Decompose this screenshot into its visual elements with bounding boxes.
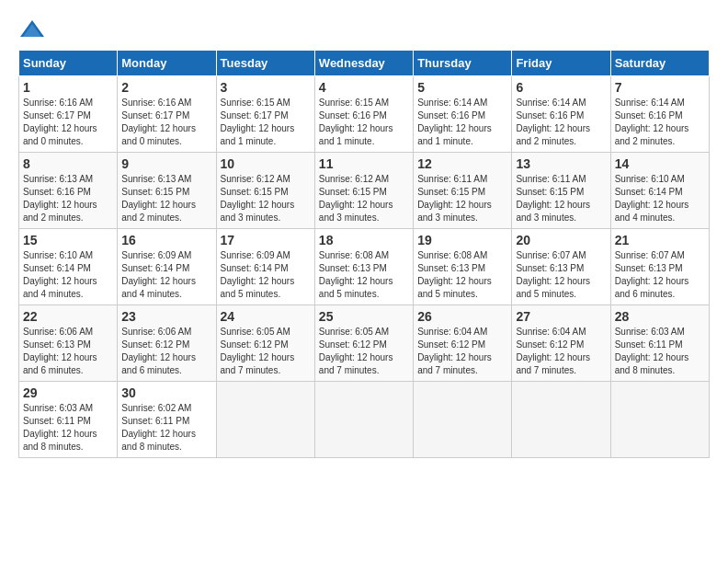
day-info: Sunrise: 6:15 AM Sunset: 6:17 PM Dayligh… bbox=[221, 97, 311, 148]
day-info: Sunrise: 6:16 AM Sunset: 6:17 PM Dayligh… bbox=[23, 97, 113, 148]
day-info: Sunrise: 6:08 AM Sunset: 6:13 PM Dayligh… bbox=[319, 249, 409, 301]
calendar-cell bbox=[314, 382, 413, 458]
day-info: Sunrise: 6:11 AM Sunset: 6:15 PM Dayligh… bbox=[516, 173, 606, 224]
calendar-cell: 24 Sunrise: 6:05 AM Sunset: 6:12 PM Dayl… bbox=[216, 305, 314, 382]
logo bbox=[18, 18, 50, 40]
calendar-cell: 14 Sunrise: 6:10 AM Sunset: 6:14 PM Dayl… bbox=[610, 153, 709, 229]
calendar-cell: 4 Sunrise: 6:15 AM Sunset: 6:16 PM Dayli… bbox=[314, 76, 413, 153]
day-number: 10 bbox=[221, 156, 311, 171]
logo-icon bbox=[18, 18, 46, 40]
day-info: Sunrise: 6:06 AM Sunset: 6:12 PM Dayligh… bbox=[121, 326, 211, 377]
calendar-cell: 21 Sunrise: 6:07 AM Sunset: 6:13 PM Dayl… bbox=[610, 229, 709, 305]
calendar-cell: 22 Sunrise: 6:06 AM Sunset: 6:13 PM Dayl… bbox=[19, 305, 118, 382]
weekday-header: Monday bbox=[118, 51, 216, 76]
weekday-header: Tuesday bbox=[216, 51, 314, 76]
calendar-cell: 16 Sunrise: 6:09 AM Sunset: 6:14 PM Dayl… bbox=[118, 229, 216, 305]
day-info: Sunrise: 6:13 AM Sunset: 6:16 PM Dayligh… bbox=[23, 173, 113, 224]
calendar-cell: 17 Sunrise: 6:09 AM Sunset: 6:14 PM Dayl… bbox=[216, 229, 314, 305]
calendar-cell: 9 Sunrise: 6:13 AM Sunset: 6:15 PM Dayli… bbox=[118, 153, 216, 229]
day-number: 22 bbox=[23, 309, 113, 324]
calendar-cell: 30 Sunrise: 6:02 AM Sunset: 6:11 PM Dayl… bbox=[118, 382, 216, 458]
day-number: 7 bbox=[615, 80, 705, 95]
day-info: Sunrise: 6:15 AM Sunset: 6:16 PM Dayligh… bbox=[319, 97, 409, 148]
day-info: Sunrise: 6:04 AM Sunset: 6:12 PM Dayligh… bbox=[417, 326, 507, 377]
day-info: Sunrise: 6:16 AM Sunset: 6:17 PM Dayligh… bbox=[121, 97, 211, 148]
day-number: 26 bbox=[417, 309, 507, 324]
day-number: 28 bbox=[615, 309, 705, 324]
day-number: 29 bbox=[23, 385, 113, 400]
calendar-cell: 2 Sunrise: 6:16 AM Sunset: 6:17 PM Dayli… bbox=[118, 76, 216, 153]
day-info: Sunrise: 6:06 AM Sunset: 6:13 PM Dayligh… bbox=[23, 326, 113, 377]
calendar-cell: 10 Sunrise: 6:12 AM Sunset: 6:15 PM Dayl… bbox=[216, 153, 314, 229]
calendar-cell: 1 Sunrise: 6:16 AM Sunset: 6:17 PM Dayli… bbox=[19, 76, 118, 153]
day-number: 3 bbox=[221, 80, 311, 95]
weekday-header: Friday bbox=[512, 51, 610, 76]
day-number: 14 bbox=[615, 156, 705, 171]
day-info: Sunrise: 6:03 AM Sunset: 6:11 PM Dayligh… bbox=[23, 402, 113, 454]
day-number: 8 bbox=[23, 156, 113, 171]
day-info: Sunrise: 6:11 AM Sunset: 6:15 PM Dayligh… bbox=[417, 173, 507, 224]
day-info: Sunrise: 6:03 AM Sunset: 6:11 PM Dayligh… bbox=[615, 326, 705, 377]
day-number: 23 bbox=[121, 309, 211, 324]
calendar-cell: 18 Sunrise: 6:08 AM Sunset: 6:13 PM Dayl… bbox=[314, 229, 413, 305]
calendar-cell bbox=[512, 382, 610, 458]
day-info: Sunrise: 6:14 AM Sunset: 6:16 PM Dayligh… bbox=[516, 97, 606, 148]
day-info: Sunrise: 6:09 AM Sunset: 6:14 PM Dayligh… bbox=[121, 249, 211, 301]
calendar-cell: 5 Sunrise: 6:14 AM Sunset: 6:16 PM Dayli… bbox=[414, 76, 512, 153]
day-info: Sunrise: 6:02 AM Sunset: 6:11 PM Dayligh… bbox=[121, 402, 211, 454]
calendar-cell bbox=[610, 382, 709, 458]
calendar-cell: 26 Sunrise: 6:04 AM Sunset: 6:12 PM Dayl… bbox=[414, 305, 512, 382]
calendar-cell: 12 Sunrise: 6:11 AM Sunset: 6:15 PM Dayl… bbox=[414, 153, 512, 229]
weekday-header: Wednesday bbox=[314, 51, 413, 76]
day-number: 27 bbox=[516, 309, 606, 324]
day-info: Sunrise: 6:10 AM Sunset: 6:14 PM Dayligh… bbox=[615, 173, 705, 224]
day-number: 17 bbox=[221, 233, 311, 247]
calendar-cell: 11 Sunrise: 6:12 AM Sunset: 6:15 PM Dayl… bbox=[314, 153, 413, 229]
day-number: 21 bbox=[615, 233, 705, 247]
calendar-cell: 28 Sunrise: 6:03 AM Sunset: 6:11 PM Dayl… bbox=[610, 305, 709, 382]
day-number: 1 bbox=[23, 80, 113, 95]
day-info: Sunrise: 6:04 AM Sunset: 6:12 PM Dayligh… bbox=[516, 326, 606, 377]
day-number: 24 bbox=[221, 309, 311, 324]
day-number: 25 bbox=[319, 309, 409, 324]
calendar-cell: 27 Sunrise: 6:04 AM Sunset: 6:12 PM Dayl… bbox=[512, 305, 610, 382]
day-number: 18 bbox=[319, 233, 409, 247]
day-info: Sunrise: 6:14 AM Sunset: 6:16 PM Dayligh… bbox=[615, 97, 705, 148]
day-info: Sunrise: 6:05 AM Sunset: 6:12 PM Dayligh… bbox=[319, 326, 409, 377]
day-number: 13 bbox=[516, 156, 606, 171]
day-info: Sunrise: 6:13 AM Sunset: 6:15 PM Dayligh… bbox=[121, 173, 211, 224]
calendar-cell: 15 Sunrise: 6:10 AM Sunset: 6:14 PM Dayl… bbox=[19, 229, 118, 305]
day-number: 19 bbox=[417, 233, 507, 247]
calendar-cell: 19 Sunrise: 6:08 AM Sunset: 6:13 PM Dayl… bbox=[414, 229, 512, 305]
day-info: Sunrise: 6:14 AM Sunset: 6:16 PM Dayligh… bbox=[417, 97, 507, 148]
day-number: 6 bbox=[516, 80, 606, 95]
day-number: 11 bbox=[319, 156, 409, 171]
day-number: 15 bbox=[23, 233, 113, 247]
day-info: Sunrise: 6:07 AM Sunset: 6:13 PM Dayligh… bbox=[516, 249, 606, 301]
calendar-cell: 29 Sunrise: 6:03 AM Sunset: 6:11 PM Dayl… bbox=[19, 382, 118, 458]
weekday-header: Thursday bbox=[414, 51, 512, 76]
day-number: 16 bbox=[121, 233, 211, 247]
calendar-cell: 3 Sunrise: 6:15 AM Sunset: 6:17 PM Dayli… bbox=[216, 76, 314, 153]
calendar-cell: 7 Sunrise: 6:14 AM Sunset: 6:16 PM Dayli… bbox=[610, 76, 709, 153]
day-info: Sunrise: 6:07 AM Sunset: 6:13 PM Dayligh… bbox=[615, 249, 705, 301]
calendar-cell: 25 Sunrise: 6:05 AM Sunset: 6:12 PM Dayl… bbox=[314, 305, 413, 382]
calendar-cell: 8 Sunrise: 6:13 AM Sunset: 6:16 PM Dayli… bbox=[19, 153, 118, 229]
calendar-cell: 23 Sunrise: 6:06 AM Sunset: 6:12 PM Dayl… bbox=[118, 305, 216, 382]
day-number: 5 bbox=[417, 80, 507, 95]
day-info: Sunrise: 6:12 AM Sunset: 6:15 PM Dayligh… bbox=[319, 173, 409, 224]
day-info: Sunrise: 6:05 AM Sunset: 6:12 PM Dayligh… bbox=[221, 326, 311, 377]
day-number: 20 bbox=[516, 233, 606, 247]
day-number: 30 bbox=[121, 385, 211, 400]
calendar-cell bbox=[216, 382, 314, 458]
day-number: 2 bbox=[121, 80, 211, 95]
day-info: Sunrise: 6:09 AM Sunset: 6:14 PM Dayligh… bbox=[221, 249, 311, 301]
weekday-header: Sunday bbox=[19, 51, 118, 76]
calendar-cell: 6 Sunrise: 6:14 AM Sunset: 6:16 PM Dayli… bbox=[512, 76, 610, 153]
calendar-table: SundayMondayTuesdayWednesdayThursdayFrid… bbox=[18, 50, 710, 458]
day-info: Sunrise: 6:08 AM Sunset: 6:13 PM Dayligh… bbox=[417, 249, 507, 301]
calendar-cell: 20 Sunrise: 6:07 AM Sunset: 6:13 PM Dayl… bbox=[512, 229, 610, 305]
day-number: 9 bbox=[121, 156, 211, 171]
weekday-header: Saturday bbox=[610, 51, 709, 76]
day-info: Sunrise: 6:12 AM Sunset: 6:15 PM Dayligh… bbox=[221, 173, 311, 224]
